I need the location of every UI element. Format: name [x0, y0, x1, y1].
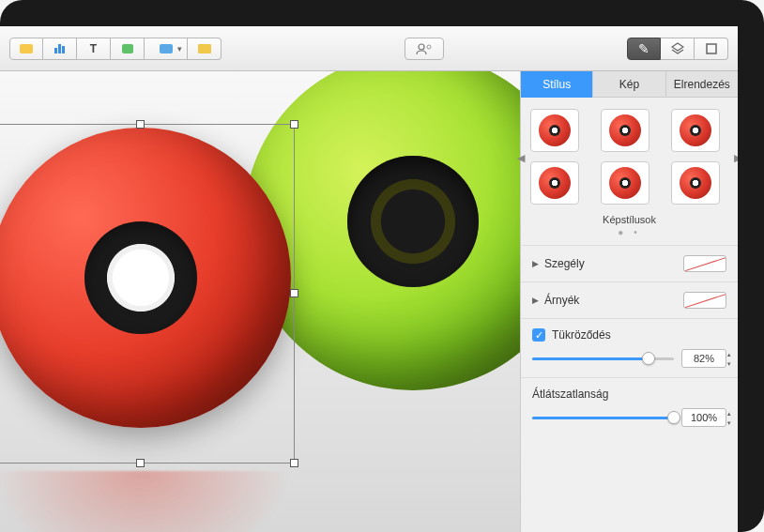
selection-box[interactable]	[0, 124, 295, 464]
opacity-value[interactable]: 100% ▴▾	[681, 408, 726, 427]
border-disclosure[interactable]: ▶ Szegély	[532, 257, 585, 270]
style-preset[interactable]	[671, 109, 720, 152]
reflection-section: ✓ Tükröződés 82% ▴▾	[521, 318, 738, 377]
styles-prev-icon[interactable]: ◀	[517, 152, 525, 164]
disclosure-triangle-icon: ▶	[532, 296, 539, 305]
resize-handle[interactable]	[290, 289, 298, 297]
tab-image[interactable]: Kép	[593, 71, 665, 98]
shape-button[interactable]	[111, 38, 145, 60]
format-button[interactable]: ✎	[627, 38, 661, 60]
collaborate-button[interactable]	[405, 38, 444, 60]
svg-rect-2	[707, 44, 716, 53]
text-button[interactable]: T	[77, 38, 111, 60]
shadow-disclosure[interactable]: ▶ Árnyék	[532, 294, 579, 307]
opacity-slider[interactable]	[532, 410, 674, 425]
resize-handle[interactable]	[290, 120, 298, 129]
border-swatch[interactable]	[683, 255, 726, 272]
image-styles-grid: ◀ ▶	[521, 98, 738, 210]
style-preset[interactable]	[601, 109, 649, 152]
style-preset[interactable]	[671, 161, 720, 205]
tab-style[interactable]: Stílus	[521, 71, 593, 98]
canvas[interactable]	[0, 71, 520, 532]
resize-handle[interactable]	[136, 459, 145, 467]
opacity-section: Átlátszatlanság 100% ▴▾	[521, 377, 738, 436]
stepper-icon[interactable]: ▴▾	[727, 350, 737, 369]
page-dots[interactable]: ● •	[521, 227, 738, 237]
red-wheel-reflection	[0, 471, 291, 532]
document-button[interactable]	[695, 38, 728, 60]
stepper-icon[interactable]: ▴▾	[727, 409, 737, 428]
border-section: ▶ Szegély	[521, 245, 738, 281]
reflection-checkbox[interactable]: ✓	[532, 328, 545, 342]
chart-button[interactable]	[43, 38, 77, 60]
styles-next-icon[interactable]: ▶	[734, 152, 738, 164]
border-label: Szegély	[544, 257, 585, 270]
resize-handle[interactable]	[290, 459, 298, 467]
resize-handle[interactable]	[136, 120, 145, 129]
image-styles-label: Képstílusok	[521, 214, 738, 225]
comment-button[interactable]	[188, 38, 222, 60]
reflection-value[interactable]: 82% ▴▾	[681, 349, 726, 368]
svg-point-1	[427, 45, 431, 49]
toolbar: T ✎	[0, 26, 738, 71]
filter-button[interactable]	[661, 38, 695, 60]
format-sidebar: Stílus Kép Elrendezés ◀ ▶ Képstílusok ● …	[520, 71, 738, 532]
disclosure-triangle-icon: ▶	[532, 259, 539, 268]
media-button[interactable]	[145, 38, 188, 60]
reflection-label: Tükröződés	[552, 328, 611, 342]
shadow-swatch[interactable]	[683, 292, 726, 309]
view-button[interactable]	[9, 38, 43, 60]
style-preset[interactable]	[530, 109, 579, 152]
style-preset[interactable]	[530, 161, 579, 205]
shadow-label: Árnyék	[544, 294, 579, 307]
sidebar-tabs: Stílus Kép Elrendezés	[521, 71, 738, 98]
shadow-section: ▶ Árnyék	[521, 281, 738, 318]
tab-arrange[interactable]: Elrendezés	[666, 71, 738, 98]
opacity-label: Átlátszatlanság	[532, 388, 726, 401]
style-preset[interactable]	[601, 161, 649, 205]
svg-point-0	[419, 44, 424, 50]
reflection-slider[interactable]	[532, 351, 674, 366]
